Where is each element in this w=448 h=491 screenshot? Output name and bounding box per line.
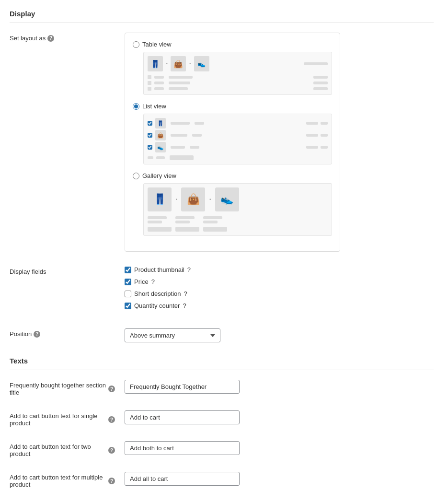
gallery-preview-bag: 👜 — [181, 187, 205, 211]
multiple-product-label: Add to cart button text for multiple pro… — [10, 472, 125, 488]
quantity-counter-option[interactable]: Quantity counter ? — [125, 302, 434, 309]
short-description-checkbox[interactable] — [125, 291, 131, 297]
two-product-row: Add to cart button text for two product … — [10, 441, 434, 462]
two-product-input[interactable] — [125, 441, 240, 455]
position-select[interactable]: Above summary Below summary After add to… — [125, 328, 220, 342]
gallery-preview-shoe: 👟 — [215, 187, 239, 211]
texts-section-heading: Texts — [10, 357, 434, 370]
display-fields-options: Product thumbnail ? Price ? Short descri… — [125, 266, 434, 314]
single-product-help-icon[interactable]: ? — [108, 416, 115, 423]
quantity-counter-label: Quantity counter — [134, 302, 180, 309]
position-help-icon[interactable]: ? — [34, 331, 40, 338]
table-view-radio[interactable] — [133, 41, 139, 48]
fbt-title-label: Frequently bought together section title… — [10, 380, 125, 396]
price-help-icon[interactable]: ? — [151, 278, 155, 285]
page-wrapper: Display Set layout as ? Table view 👖 · 👜 — [0, 0, 448, 491]
table-view-option[interactable]: Table view — [133, 41, 332, 48]
product-thumbnail-checkbox[interactable] — [125, 267, 131, 273]
quantity-counter-help-icon[interactable]: ? — [183, 302, 186, 309]
layout-row: Set layout as ? Table view 👖 · 👜 · 👟 — [10, 33, 434, 257]
price-label: Price — [134, 278, 149, 285]
single-product-label: Add to cart button text for single produ… — [10, 410, 125, 427]
short-description-label: Short description — [134, 290, 181, 297]
fbt-title-control — [125, 380, 434, 394]
display-section-heading: Display — [10, 10, 434, 23]
gallery-view-radio[interactable] — [133, 173, 139, 179]
multiple-product-help-icon[interactable]: ? — [108, 478, 115, 484]
two-product-control — [125, 441, 434, 455]
gallery-preview-pants: 👖 — [148, 187, 172, 211]
short-description-option[interactable]: Short description ? — [125, 290, 434, 297]
display-fields-row: Display fields Product thumbnail ? Price… — [10, 266, 434, 319]
preview-shoe-icon: 👟 — [194, 56, 209, 71]
single-product-input[interactable] — [125, 410, 240, 424]
short-description-help-icon[interactable]: ? — [184, 290, 187, 297]
price-option[interactable]: Price ? — [125, 278, 434, 285]
layout-help-icon[interactable]: ? — [47, 35, 54, 42]
price-checkbox[interactable] — [125, 279, 131, 285]
list-view-radio[interactable] — [133, 103, 139, 110]
layout-options: Table view 👖 · 👜 · 👟 — [125, 33, 434, 252]
quantity-counter-checkbox[interactable] — [125, 303, 131, 309]
list-preview-bag: 👜 — [155, 130, 166, 140]
fbt-title-input[interactable] — [125, 380, 240, 394]
single-product-control — [125, 410, 434, 424]
product-thumbnail-help-icon[interactable]: ? — [187, 266, 191, 273]
position-control: Above summary Below summary After add to… — [125, 328, 434, 342]
gallery-view-preview: 👖 · 👜 · 👟 — [143, 183, 332, 236]
list-view-option[interactable]: List view — [133, 103, 332, 110]
two-product-label: Add to cart button text for two product … — [10, 441, 125, 457]
table-preview-rows — [148, 75, 328, 91]
list-view-preview: 👖 👜 — [143, 114, 332, 164]
single-product-row: Add to cart button text for single produ… — [10, 410, 434, 432]
preview-bag-icon: 👜 — [171, 56, 186, 71]
multiple-product-input[interactable] — [125, 472, 240, 486]
gallery-view-label: Gallery view — [142, 172, 176, 179]
position-row: Position ? Above summary Below summary A… — [10, 328, 434, 347]
position-label: Position ? — [10, 328, 125, 338]
two-product-help-icon[interactable]: ? — [108, 447, 115, 454]
fbt-title-row: Frequently bought together section title… — [10, 380, 434, 401]
fbt-title-help-icon[interactable]: ? — [108, 386, 115, 392]
preview-pants-icon: 👖 — [148, 56, 163, 71]
layout-box: Table view 👖 · 👜 · 👟 — [125, 33, 340, 252]
list-view-label: List view — [142, 103, 166, 110]
multiple-product-row: Add to cart button text for multiple pro… — [10, 472, 434, 491]
list-preview-shoe: 👟 — [155, 142, 166, 152]
gallery-view-option[interactable]: Gallery view — [133, 172, 332, 179]
table-view-label: Table view — [142, 41, 172, 48]
product-thumbnail-label: Product thumbnail — [134, 266, 184, 273]
display-fields-label: Display fields — [10, 266, 125, 275]
product-thumbnail-option[interactable]: Product thumbnail ? — [125, 266, 434, 273]
multiple-product-control — [125, 472, 434, 486]
layout-label: Set layout as ? — [10, 33, 125, 42]
table-view-preview: 👖 · 👜 · 👟 — [143, 52, 332, 95]
list-preview-pants: 👖 — [155, 118, 166, 129]
